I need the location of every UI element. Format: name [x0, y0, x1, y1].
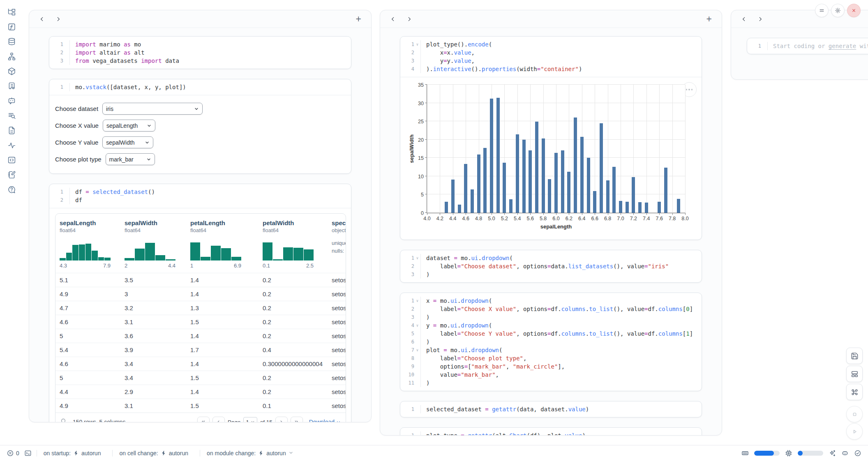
code-line[interactable]: 3): [403, 270, 697, 279]
chart-bar[interactable]: [619, 201, 622, 213]
code-line[interactable]: 1mo.vstack([dataset, x, y, plot]): [52, 83, 347, 91]
chart-bar[interactable]: [490, 99, 493, 213]
on-startup-setting[interactable]: on startup: autorun: [37, 450, 108, 456]
logs-icon[interactable]: [5, 80, 18, 92]
chart-bar[interactable]: [445, 202, 448, 213]
download-button[interactable]: Download: [309, 419, 341, 422]
table-row[interactable]: 4.931.40.2setosa: [55, 287, 346, 301]
column2-prev-button[interactable]: [388, 14, 398, 24]
chart-bar[interactable]: [548, 179, 551, 213]
column2-next-button[interactable]: [404, 14, 415, 24]
cell-plot[interactable]: 1∨plot_type().encode(2 x=x.value,3 y=y.v…: [400, 36, 702, 240]
prev-page-button[interactable]: [212, 417, 225, 422]
table-row[interactable]: 5.13.51.40.2setosa: [55, 273, 346, 287]
shutdown-button[interactable]: [847, 4, 861, 17]
column3-next-button[interactable]: [755, 14, 766, 24]
code-line[interactable]: 3): [403, 313, 697, 321]
chart-bar[interactable]: [483, 148, 487, 213]
next-page-button[interactable]: [275, 417, 288, 422]
packages-icon[interactable]: [5, 65, 18, 77]
code-line[interactable]: 2 label="Choose X value", options=df.col…: [403, 305, 697, 313]
code-line[interactable]: 9 options=["mark_bar", "mark_circle"],: [403, 362, 697, 371]
scratchpad-icon[interactable]: [5, 168, 18, 181]
code-editor[interactable]: 1∨dataset = mo.ui.dropdown(2 label="Choo…: [400, 250, 702, 282]
settings-button[interactable]: [831, 4, 845, 17]
fold-chevron-icon[interactable]: ∨: [414, 346, 420, 354]
chart-bar[interactable]: [535, 122, 538, 213]
code-editor[interactable]: 1mo.vstack([dataset, x, y, plot]): [49, 79, 351, 95]
dependencies-icon[interactable]: [5, 50, 18, 62]
ai-assist-button[interactable]: [829, 449, 836, 457]
table-row[interactable]: 4.63.41.40.3000000000000004setosa: [55, 357, 346, 371]
ai-chat-icon[interactable]: [5, 95, 18, 107]
cell-empty-editor[interactable]: 1 Start coding or generate with AI: [747, 38, 868, 54]
column2-add-cell-button[interactable]: +: [704, 14, 714, 24]
chart-bar[interactable]: [626, 202, 629, 213]
code-line[interactable]: 11): [403, 379, 697, 387]
chart-bar[interactable]: [606, 180, 609, 213]
fold-chevron-icon[interactable]: ∨: [414, 40, 420, 48]
code-line[interactable]: 1∨dataset = mo.ui.dropdown(: [403, 254, 697, 262]
chart-bar[interactable]: [464, 164, 467, 213]
x-value-select[interactable]: sepalLength: [103, 120, 155, 131]
layout-toggle-button[interactable]: [846, 366, 863, 382]
code-line[interactable]: 8 label="Choose plot type",: [403, 354, 697, 362]
code-line[interactable]: 2import altair as alt: [52, 48, 347, 57]
chart-bar[interactable]: [658, 202, 661, 213]
code-editor[interactable]: 1∨plot_type().encode(2 x=x.value,3 y=y.v…: [400, 37, 702, 77]
code-line[interactable]: 1∨x = mo.ui.dropdown(: [403, 297, 697, 305]
chart-bar[interactable]: [600, 123, 603, 213]
column1-next-button[interactable]: [53, 14, 64, 24]
chart-bar[interactable]: [554, 153, 558, 213]
chart-bar[interactable]: [574, 118, 577, 213]
chart-bar[interactable]: [677, 199, 680, 213]
chart-bar[interactable]: [516, 134, 519, 213]
run-all-button[interactable]: [846, 423, 863, 440]
functions-icon[interactable]: [5, 21, 18, 33]
fold-chevron-icon[interactable]: ∨: [414, 254, 420, 262]
table-row[interactable]: 4.73.21.30.2setosa: [55, 301, 346, 315]
keyboard-shortcuts-button[interactable]: [846, 384, 863, 400]
cell-xy-plot-dropdowns[interactable]: 1∨x = mo.ui.dropdown(2 label="Choose X v…: [400, 293, 702, 391]
code-editor[interactable]: 1df = selected_dataset()2df: [49, 184, 351, 208]
chart-bar[interactable]: [542, 138, 545, 213]
column-header[interactable]: speciesobjectunique:nulls:: [328, 219, 346, 270]
chart-bar[interactable]: [587, 158, 590, 213]
chart-bar[interactable]: [567, 172, 570, 213]
cell-selected-dataset[interactable]: 1selected_dataset = getattr(data, datase…: [400, 401, 702, 417]
code-line[interactable]: 1selected_dataset = getattr(data, datase…: [403, 405, 697, 413]
cell-dataframe[interactable]: 1df = selected_dataset()2df sepalLengthf…: [49, 184, 351, 422]
chart-bar[interactable]: [471, 189, 474, 213]
table-row[interactable]: 4.42.91.40.2setosa: [55, 385, 346, 399]
chart-bar[interactable]: [503, 163, 506, 213]
column1-prev-button[interactable]: [37, 14, 47, 24]
generate-with-ai-link[interactable]: generate: [829, 43, 856, 49]
table-row[interactable]: 5.43.91.70.4setosa: [55, 343, 346, 357]
code-line[interactable]: 1plot_type = getattr(alt.Chart(df), plot…: [403, 431, 697, 436]
error-count-indicator[interactable]: 0: [7, 449, 19, 457]
stop-kernel-button[interactable]: [846, 406, 863, 422]
code-editor[interactable]: 1import marimo as mo2import altair as al…: [49, 37, 351, 69]
chart-bar[interactable]: [580, 137, 584, 213]
code-line[interactable]: 4).interactive().properties(width="conta…: [403, 65, 697, 73]
connection-status-button[interactable]: [854, 449, 861, 457]
code-line[interactable]: 7∨plot = mo.ui.dropdown(: [403, 346, 697, 354]
first-page-button[interactable]: [197, 417, 210, 422]
chart-bar[interactable]: [638, 202, 642, 213]
column-header[interactable]: petalLengthfloat6416.9: [186, 219, 259, 270]
column3-prev-button[interactable]: [739, 14, 749, 24]
code-line[interactable]: 4∨y = mo.ui.dropdown(: [403, 321, 697, 330]
column-header[interactable]: sepalLengthfloat644.37.9: [55, 219, 120, 270]
y-value-select[interactable]: sepalWidth: [102, 136, 153, 148]
chart-bar[interactable]: [496, 98, 500, 213]
code-line[interactable]: 6): [403, 338, 697, 346]
code-line[interactable]: 3from vega_datasets import data: [52, 57, 347, 65]
fold-chevron-icon[interactable]: ∨: [414, 297, 420, 305]
cell-vstack[interactable]: 1mo.vstack([dataset, x, y, plot]) Choose…: [49, 79, 351, 174]
fold-chevron-icon[interactable]: ∨: [414, 321, 420, 330]
copilot-button[interactable]: [841, 449, 849, 457]
chart-bar[interactable]: [477, 154, 480, 213]
snippets-icon[interactable]: [5, 154, 18, 166]
code-line[interactable]: 1df = selected_dataset(): [52, 188, 347, 196]
column-header[interactable]: sepalWidthfloat6424.4: [120, 219, 186, 270]
